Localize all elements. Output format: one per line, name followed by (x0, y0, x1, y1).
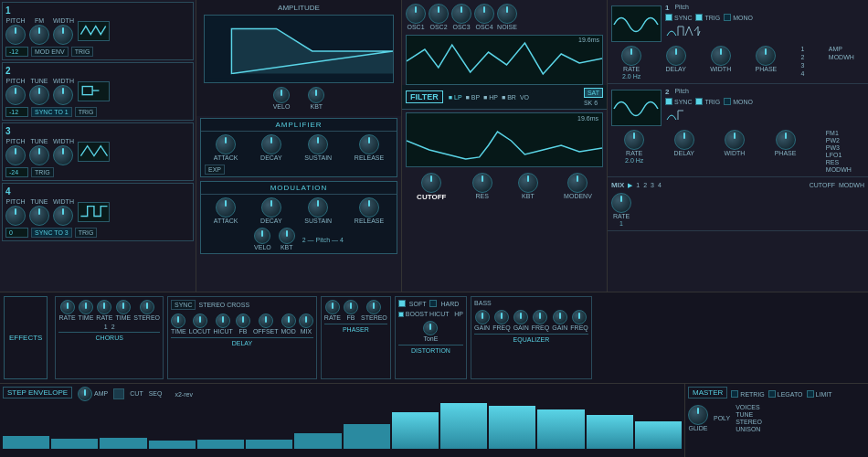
amp-decay-knob[interactable] (261, 134, 281, 154)
osc3-tune-knob[interactable] (29, 145, 49, 165)
eq-high-freq-knob[interactable] (572, 310, 587, 324)
amp-release-knob[interactable] (359, 134, 379, 154)
master-retrig-check[interactable]: RETRIG (731, 390, 764, 398)
osc4-mix-knob[interactable] (474, 4, 494, 24)
lfo2-phase-knob[interactable] (776, 130, 796, 150)
lfo1-rate-knob[interactable] (621, 46, 641, 66)
mod-attack-knob[interactable] (216, 197, 236, 218)
master-limit-check[interactable]: LIMIT (807, 390, 832, 398)
delay-locut-knob[interactable] (193, 314, 207, 328)
delay-mod-knob[interactable] (281, 314, 296, 328)
lfo2-rate-knob[interactable] (624, 130, 644, 150)
filter-kbt-knob[interactable] (518, 173, 538, 193)
filter-mode-br[interactable]: ■ BR (502, 94, 516, 101)
phaser-stereo-knob[interactable] (366, 300, 381, 314)
amp-sustain-knob[interactable] (308, 134, 328, 154)
delay-fb-knob[interactable] (236, 314, 250, 328)
master-retrig-checkbox[interactable] (731, 390, 738, 398)
mod-decay-knob[interactable] (261, 197, 281, 218)
lfo1-mono-checkbox[interactable] (724, 14, 731, 21)
step-bar-10[interactable] (489, 406, 535, 449)
filter-mode-vo[interactable]: VO (520, 94, 529, 101)
lfo1-trig-checkbox[interactable] (695, 14, 703, 21)
master-legato-checkbox[interactable] (768, 390, 776, 398)
eq-mid-gain-knob[interactable] (513, 310, 528, 324)
filter-modenv-knob[interactable] (567, 173, 587, 193)
chorus-rate1-knob[interactable] (60, 300, 75, 314)
phaser-fb-knob[interactable] (344, 300, 358, 314)
step-bar-4[interactable] (197, 440, 244, 449)
lfo1-width-knob[interactable] (711, 46, 731, 66)
osc1-mix-knob[interactable] (406, 4, 426, 24)
osc3-mix-knob[interactable] (451, 4, 471, 24)
osc4-pitch-knob[interactable] (5, 206, 26, 226)
delay-offset-knob[interactable] (259, 314, 273, 328)
osc2-tune-knob[interactable] (29, 85, 49, 105)
step-bar-3[interactable] (149, 441, 196, 449)
mod-sustain-knob[interactable] (308, 197, 328, 218)
lfo1-delay-knob[interactable] (666, 46, 686, 66)
osc2-sync-btn[interactable]: SYNC TO 1 (31, 107, 72, 117)
step-amp-knob[interactable] (78, 387, 92, 401)
phaser-rate-knob[interactable] (325, 300, 340, 314)
step-bar-9[interactable] (440, 403, 487, 449)
delay-sync-btn[interactable]: SYNC (171, 300, 196, 310)
noise-mix-knob[interactable] (497, 4, 517, 24)
mod-release-knob[interactable] (359, 197, 379, 218)
lfo2-trig-checkbox[interactable] (695, 98, 703, 105)
mod-kbt-knob[interactable] (279, 228, 295, 244)
delay-mix-knob[interactable] (299, 314, 313, 328)
osc4-sync-btn[interactable]: SYNC TO 3 (31, 228, 72, 238)
lfo1-mono-check[interactable]: MONO (724, 14, 753, 21)
osc3-trig-btn[interactable]: TRIG (31, 167, 54, 177)
lfo2-width-knob[interactable] (725, 130, 745, 150)
osc2-mix-knob[interactable] (429, 4, 449, 24)
chorus-time2-knob[interactable] (116, 300, 131, 314)
filter-mode-bp[interactable]: ■ BP (466, 94, 481, 101)
mod-velo-knob[interactable] (254, 228, 270, 244)
dist-tone-knob[interactable] (423, 321, 438, 335)
lfo1-sync-checkbox[interactable] (665, 14, 672, 21)
eq-high-gain-knob[interactable] (553, 310, 567, 324)
osc1-fm-knob[interactable] (29, 25, 49, 45)
step-bar-0[interactable] (3, 436, 49, 449)
amp-attack-knob[interactable] (216, 134, 236, 154)
step-bar-2[interactable] (100, 438, 146, 449)
chorus-rate2-knob[interactable] (97, 300, 111, 314)
lfo2-mono-checkbox[interactable] (724, 98, 731, 105)
filter-mode-hp[interactable]: ■ HP (483, 94, 498, 101)
eq-mid-freq-knob[interactable] (533, 310, 547, 324)
step-bar-5[interactable] (246, 440, 292, 449)
dist-hard-check[interactable] (429, 300, 437, 307)
amp-velo-knob[interactable] (273, 87, 290, 103)
osc2-width-knob[interactable] (53, 85, 73, 105)
step-bar-11[interactable] (537, 409, 584, 449)
filter-mode-lp[interactable]: ■ LP (449, 94, 462, 101)
filter-res-knob[interactable] (472, 173, 492, 193)
step-bar-8[interactable] (392, 412, 439, 449)
mix-rate-knob[interactable] (611, 193, 631, 213)
lfo1-trig-check[interactable]: TRIG (695, 14, 720, 21)
lfo2-trig-check[interactable]: TRIG (695, 98, 720, 105)
osc2-trig-btn[interactable]: TRIG (75, 107, 98, 117)
cutoff-knob[interactable] (421, 173, 441, 193)
step-bar-1[interactable] (51, 439, 98, 449)
osc1-pitch-knob[interactable] (5, 25, 26, 45)
master-glide-knob[interactable] (688, 405, 708, 425)
amp-kbt-knob[interactable] (308, 87, 324, 103)
delay-hicut-knob[interactable] (216, 314, 230, 328)
osc2-pitch-knob[interactable] (5, 85, 26, 105)
osc1-trig-btn[interactable]: TRIG (71, 47, 94, 57)
osc1-width-knob[interactable] (53, 25, 73, 45)
lfo2-sync-checkbox[interactable] (665, 98, 672, 105)
osc3-pitch-knob[interactable] (5, 145, 26, 165)
osc4-trig-btn[interactable]: TRIG (75, 228, 98, 238)
osc3-width-knob[interactable] (53, 145, 73, 165)
eq-bass-gain-knob[interactable] (475, 310, 490, 324)
lfo2-sync-check[interactable]: SYNC (665, 98, 692, 105)
chorus-time1-knob[interactable] (79, 300, 93, 314)
lfo1-sync-check[interactable]: SYNC (665, 14, 692, 21)
lfo2-delay-knob[interactable] (674, 130, 694, 150)
delay-time-knob[interactable] (171, 314, 185, 328)
step-bar-12[interactable] (587, 415, 633, 449)
